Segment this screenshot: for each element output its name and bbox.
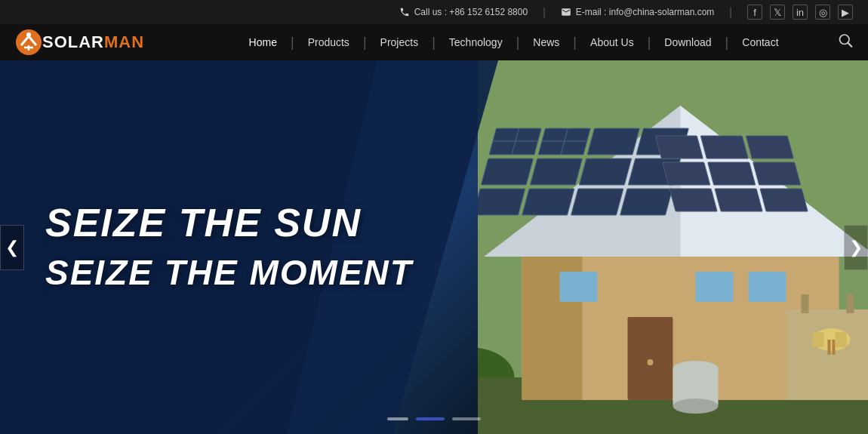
- svg-rect-28: [478, 189, 525, 215]
- svg-rect-13: [559, 272, 597, 302]
- logo-man-text: MAN: [104, 32, 144, 52]
- svg-point-47: [673, 399, 718, 414]
- svg-rect-22: [587, 128, 639, 155]
- nav-download[interactable]: Download: [651, 24, 725, 60]
- logo-solar-text: SOLAR: [42, 32, 104, 52]
- svg-point-17: [647, 359, 653, 365]
- search-icon: [838, 33, 853, 48]
- nav-technology[interactable]: Technology: [436, 24, 516, 60]
- nav-home[interactable]: Home: [235, 24, 291, 60]
- svg-rect-14: [695, 272, 733, 302]
- svg-rect-42: [669, 189, 717, 211]
- logo[interactable]: SOLAR MAN: [0, 29, 159, 56]
- svg-rect-30: [571, 189, 623, 215]
- instagram-icon[interactable]: ◎: [815, 5, 830, 20]
- nav-projects[interactable]: Projects: [367, 24, 432, 60]
- house-illustration: [478, 60, 869, 434]
- svg-rect-53: [832, 340, 835, 355]
- search-button[interactable]: [838, 33, 853, 52]
- hero-next-arrow[interactable]: ❯: [844, 225, 868, 270]
- hero-prev-arrow[interactable]: ❮: [0, 225, 24, 270]
- hero-dot-2[interactable]: [416, 417, 445, 420]
- hero-dot-1[interactable]: [387, 417, 408, 420]
- facebook-icon[interactable]: f: [747, 5, 762, 20]
- navbar: SOLAR MAN Home | Products | Projects | T…: [0, 24, 868, 60]
- hero-slide-dots: [387, 417, 481, 420]
- svg-rect-40: [707, 162, 755, 185]
- svg-rect-31: [620, 189, 672, 215]
- svg-rect-15: [748, 272, 786, 302]
- svg-rect-49: [801, 294, 808, 313]
- svg-rect-48: [786, 309, 868, 400]
- svg-rect-41: [753, 162, 800, 185]
- nav-about[interactable]: About Us: [577, 24, 648, 60]
- svg-rect-24: [481, 159, 533, 185]
- svg-rect-55: [835, 332, 846, 347]
- divider-1: |: [543, 6, 546, 18]
- phone-text: Call us : +86 152 6152 8800: [414, 7, 528, 17]
- nav-news[interactable]: News: [519, 24, 573, 60]
- nav-links: Home | Products | Projects | Technology …: [159, 24, 868, 60]
- hero-headline-2: SEIZE THE MOMENT: [45, 252, 413, 294]
- svg-rect-50: [846, 294, 854, 313]
- nav-contact[interactable]: Contact: [728, 24, 792, 60]
- svg-rect-25: [530, 159, 582, 185]
- svg-rect-54: [812, 332, 823, 347]
- logo-icon: [15, 29, 42, 56]
- divider-2: |: [729, 6, 732, 18]
- social-icons: f 𝕏 in ◎ ▶: [747, 5, 853, 20]
- svg-rect-26: [579, 159, 631, 185]
- phone-contact: Call us : +86 152 6152 8800: [399, 7, 528, 17]
- hero-headline-1: SEIZE THE SUN: [45, 201, 413, 244]
- twitter-icon[interactable]: 𝕏: [770, 5, 785, 20]
- svg-line-5: [848, 43, 851, 47]
- svg-rect-52: [827, 340, 830, 355]
- svg-rect-29: [522, 189, 574, 215]
- hero-text-block: SEIZE THE SUN SEIZE THE MOMENT: [45, 201, 413, 293]
- phone-icon: [399, 7, 410, 17]
- hero-right-panel: [478, 60, 869, 434]
- youtube-icon[interactable]: ▶: [838, 5, 853, 20]
- email-icon: [561, 7, 571, 17]
- svg-rect-36: [655, 136, 703, 159]
- topbar: Call us : +86 152 6152 8800 | E-mail : i…: [0, 0, 868, 24]
- hero-section: SEIZE THE SUN SEIZE THE MOMENT ❮ ❯: [0, 60, 868, 434]
- svg-rect-38: [746, 136, 793, 159]
- svg-rect-16: [627, 317, 673, 400]
- email-contact: E-mail : info@china-solarman.com: [561, 7, 715, 17]
- svg-rect-44: [760, 189, 808, 211]
- nav-products[interactable]: Products: [294, 24, 363, 60]
- linkedin-icon[interactable]: in: [793, 5, 808, 20]
- email-text: E-mail : info@china-solarman.com: [576, 7, 715, 17]
- svg-rect-39: [662, 162, 709, 185]
- svg-point-1: [26, 32, 31, 37]
- svg-rect-37: [700, 136, 748, 159]
- svg-rect-43: [715, 189, 762, 211]
- hero-dot-3[interactable]: [452, 417, 481, 420]
